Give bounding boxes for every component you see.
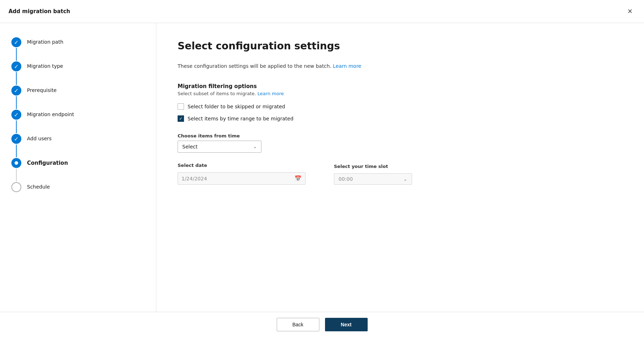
- time-field-label: Select your time slot: [334, 164, 412, 169]
- step-item-migration-endpoint: ✓ Migration endpoint: [11, 110, 145, 134]
- step-circle-add-users: ✓: [11, 134, 21, 144]
- step-item-migration-path: ✓ Migration path: [11, 37, 145, 61]
- step-item-schedule: Schedule: [11, 182, 145, 192]
- checkmark-icon: ✓: [14, 136, 18, 142]
- checkbox-timerange-filter[interactable]: ✓: [178, 115, 184, 122]
- checkbox-row-timerange: ✓ Select items by time range to be migra…: [178, 115, 623, 122]
- filter-learn-more-link[interactable]: Learn more: [258, 91, 284, 96]
- step-item-prerequisite: ✓ Prerequisite: [11, 86, 145, 110]
- step-label-migration-type: Migration type: [27, 61, 63, 70]
- time-field-wrap: Select your time slot 00:00 ⌄: [334, 164, 412, 185]
- filtering-section: Migration filtering options Select subse…: [178, 83, 623, 122]
- step-line-5: [16, 145, 17, 157]
- step-circle-configuration: [11, 158, 21, 168]
- step-label-configuration: Configuration: [27, 158, 68, 167]
- checkmark-icon: ✓: [179, 116, 183, 121]
- step-circle-migration-type: ✓: [11, 61, 21, 71]
- description-text: These configuration settings will be app…: [178, 63, 623, 69]
- checkbox-folder-label: Select folder to be skipped or migrated: [188, 104, 285, 109]
- title-bar: Add migration batch ✕: [0, 0, 644, 23]
- checkmark-icon: ✓: [14, 112, 18, 118]
- checkmark-icon: ✓: [14, 63, 18, 70]
- sidebar: ✓ Migration path ✓ Migration type ✓: [0, 23, 156, 312]
- step-connector-configuration: [11, 158, 21, 182]
- date-input[interactable]: 1/24/2024 📅: [178, 172, 305, 185]
- date-field-wrap: Select date 1/24/2024 📅: [178, 163, 305, 185]
- back-button[interactable]: Back: [277, 318, 319, 331]
- content-panel: Select configuration settings These conf…: [156, 23, 644, 312]
- filtering-section-subtitle: Select subset of items to migrate. Learn…: [178, 91, 623, 96]
- calendar-icon: 📅: [294, 175, 302, 182]
- step-line-1: [16, 48, 17, 61]
- step-circle-migration-path: ✓: [11, 37, 21, 47]
- choose-items-section: Choose items from time Select ⌄: [178, 133, 623, 153]
- step-item-add-users: ✓ Add users: [11, 134, 145, 158]
- step-connector-schedule: [11, 182, 21, 192]
- chevron-down-icon: ⌄: [403, 176, 407, 182]
- step-item-migration-type: ✓ Migration type: [11, 61, 145, 86]
- step-line-4: [16, 120, 17, 133]
- checkmark-icon: ✓: [14, 39, 18, 46]
- checkmark-icon: ✓: [14, 87, 18, 94]
- page-title: Select configuration settings: [178, 40, 623, 52]
- checkbox-row-folder: Select folder to be skipped or migrated: [178, 103, 623, 110]
- step-connector-migration-path: ✓: [11, 37, 21, 61]
- step-line-2: [16, 72, 17, 85]
- step-label-schedule: Schedule: [27, 182, 50, 191]
- step-line-3: [16, 96, 17, 109]
- step-connector-prerequisite: ✓: [11, 86, 21, 110]
- step-connector-add-users: ✓: [11, 134, 21, 158]
- date-time-row: Select date 1/24/2024 📅 Select your time…: [178, 163, 623, 185]
- step-circle-migration-endpoint: ✓: [11, 110, 21, 120]
- active-dot: [15, 161, 18, 165]
- time-value: 00:00: [339, 176, 353, 182]
- step-connector-migration-endpoint: ✓: [11, 110, 21, 134]
- step-circle-prerequisite: ✓: [11, 86, 21, 96]
- close-button[interactable]: ✕: [624, 6, 635, 17]
- dropdown-value: Select: [182, 144, 197, 150]
- step-line-6: [16, 169, 17, 181]
- choose-items-dropdown[interactable]: Select ⌄: [178, 141, 261, 153]
- date-value: 1/24/2024: [182, 176, 207, 181]
- dialog-title: Add migration batch: [9, 8, 70, 15]
- learn-more-link[interactable]: Learn more: [333, 63, 361, 69]
- step-label-add-users: Add users: [27, 134, 52, 142]
- checkbox-timerange-label: Select items by time range to be migrate…: [188, 116, 293, 121]
- next-button[interactable]: Next: [325, 318, 368, 331]
- main-content: ✓ Migration path ✓ Migration type ✓: [0, 23, 644, 312]
- step-label-prerequisite: Prerequisite: [27, 86, 56, 94]
- step-circle-schedule: [11, 182, 21, 192]
- time-select[interactable]: 00:00 ⌄: [334, 173, 412, 185]
- step-label-migration-path: Migration path: [27, 37, 63, 46]
- step-item-configuration: Configuration: [11, 158, 145, 182]
- checkbox-folder-filter[interactable]: [178, 103, 184, 110]
- filtering-section-title: Migration filtering options: [178, 83, 623, 89]
- footer: Back Next: [0, 312, 644, 337]
- step-label-migration-endpoint: Migration endpoint: [27, 110, 74, 118]
- chevron-down-icon: ⌄: [253, 144, 257, 149]
- step-connector-migration-type: ✓: [11, 61, 21, 86]
- date-field-label: Select date: [178, 163, 305, 168]
- choose-items-label: Choose items from time: [178, 133, 623, 138]
